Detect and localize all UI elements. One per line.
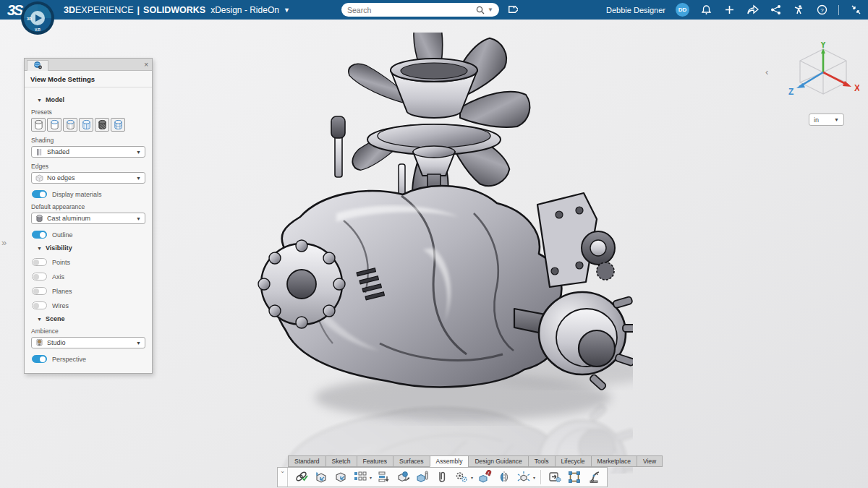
top-bar: 3S 3DEXPERIENCE | SOLIDWORKS xDesign - R… — [0, 0, 868, 20]
mirror-icon[interactable] — [495, 469, 512, 486]
edges-label: Edges — [31, 163, 145, 170]
collapse-triangle-icon: ▼ — [37, 246, 42, 251]
edges-dropdown[interactable]: No edges▼ — [31, 172, 145, 184]
cube-icon — [35, 174, 43, 182]
mate-component-icon[interactable] — [414, 469, 430, 486]
orientation-triad[interactable]: Y X Z — [787, 42, 859, 114]
pattern-icon[interactable] — [352, 469, 368, 486]
lever — [335, 135, 342, 177]
outline-label: Outline — [52, 231, 73, 239]
search-input[interactable] — [347, 6, 476, 14]
brand-solidworks: SOLIDWORKS — [143, 5, 205, 15]
planes-toggle[interactable] — [32, 287, 47, 295]
insert-new-component-icon[interactable] — [312, 469, 329, 486]
search-icon[interactable] — [476, 6, 485, 14]
avatar[interactable]: DD — [676, 3, 689, 17]
toolbar-expand-chevron-icon[interactable]: ⌄ — [278, 468, 288, 487]
tab-marketplace[interactable]: Marketplace — [591, 455, 637, 467]
ambience-label: Ambience — [31, 328, 145, 335]
axis-toggle[interactable] — [32, 273, 47, 281]
move-component-icon[interactable] — [394, 469, 411, 486]
perspective-toggle[interactable] — [32, 355, 47, 363]
search-options-chevron-icon[interactable]: ▼ — [488, 7, 493, 13]
metal-cylinder-icon — [35, 214, 43, 223]
publish-icon[interactable] — [546, 469, 563, 486]
chevron-down-icon: ▼ — [136, 150, 141, 155]
3dexperience-compass[interactable]: 3D V.R — [20, 1, 55, 35]
brand-divider: | — [137, 5, 140, 15]
magnetic-mate-icon[interactable] — [476, 469, 493, 486]
panel-title: View Mode Settings — [25, 71, 152, 87]
app-window: 3S 3DEXPERIENCE | SOLIDWORKS xDesign - R… — [0, 0, 868, 488]
person-icon[interactable] — [792, 4, 805, 17]
tab-surfaces[interactable]: Surfaces — [393, 455, 430, 467]
preset-hidden-lines[interactable] — [95, 118, 109, 132]
search-bar[interactable]: ▼ — [341, 3, 499, 17]
tab-design-guidance[interactable]: Design Guidance — [468, 455, 527, 467]
axis-label: Axis — [52, 273, 64, 281]
chevron-down-icon[interactable]: ▼ — [284, 7, 290, 14]
reorder-tree-icon[interactable] — [375, 469, 391, 486]
link-check-icon[interactable] — [293, 469, 310, 486]
tab-tools[interactable]: Tools — [528, 455, 555, 467]
wires-toggle[interactable] — [32, 301, 47, 309]
preset-buttons — [31, 118, 145, 132]
tab-standard[interactable]: Standard — [288, 455, 326, 467]
ambience-dropdown[interactable]: Studio▼ — [31, 337, 145, 348]
explode-icon[interactable] — [515, 469, 532, 486]
shading-label: Shading — [31, 137, 145, 144]
display-materials-toggle[interactable] — [32, 190, 47, 198]
points-toggle[interactable] — [32, 258, 47, 266]
tab-features[interactable]: Features — [357, 455, 393, 467]
preset-shaded[interactable] — [31, 118, 46, 132]
chevron-down-icon: ▼ — [136, 176, 141, 181]
section-visibility[interactable]: ▼Visibility — [37, 244, 145, 252]
panel-tab[interactable] — [27, 60, 48, 71]
transaxle-model[interactable] — [258, 33, 633, 390]
units-dropdown[interactable]: in ▼ — [809, 114, 844, 126]
robot-icon[interactable] — [585, 469, 602, 486]
preset-shaded-all-edges[interactable] — [79, 118, 93, 132]
insert-component-icon[interactable] — [332, 469, 349, 486]
plus-icon[interactable] — [723, 4, 736, 17]
brand-experience: EXPERIENCE — [75, 5, 134, 15]
forward-arrow-icon[interactable] — [746, 4, 759, 17]
perspective-label: Perspective — [52, 356, 86, 363]
tab-sketch[interactable]: Sketch — [326, 455, 357, 467]
tab-assembly[interactable]: Assembly — [430, 455, 469, 467]
share-nodes-icon[interactable] — [769, 4, 782, 17]
expand-tree-chevron-icon[interactable]: » — [1, 237, 5, 248]
outline-toggle[interactable] — [32, 231, 47, 239]
section-scene[interactable]: ▼Scene — [37, 315, 145, 322]
brand-3d: 3D — [64, 5, 75, 15]
panel-header[interactable]: × — [25, 59, 152, 71]
collapse-triangle-icon: ▼ — [37, 317, 42, 322]
attach-icon[interactable] — [433, 469, 450, 486]
assembly-toolbar: ⌄ ▾ ▾ ▾ — [277, 467, 608, 487]
help-icon[interactable]: ? — [815, 4, 828, 17]
tab-lifecycle[interactable]: Lifecycle — [555, 455, 591, 467]
svg-text:?: ? — [820, 7, 824, 14]
app-title[interactable]: xDesign - RideOn — [210, 5, 279, 15]
model-3d-viewport[interactable] — [257, 33, 633, 474]
mechanism-gears-icon[interactable] — [453, 469, 469, 486]
chevron-down-icon: ▼ — [136, 341, 141, 346]
structure-frame-icon[interactable] — [566, 469, 582, 486]
bell-icon[interactable] — [699, 4, 712, 17]
explode-caret-icon[interactable]: ▾ — [533, 475, 535, 480]
shading-dropdown[interactable]: Shaded▼ — [31, 146, 145, 158]
preset-wireframe[interactable] — [111, 118, 125, 132]
default-appearance-dropdown[interactable]: Cast aluminum▼ — [31, 213, 145, 224]
preset-shaded-top-edges[interactable] — [47, 118, 61, 132]
tag-icon[interactable] — [506, 4, 518, 15]
gears-caret-icon[interactable]: ▾ — [471, 475, 473, 480]
preset-shaded-edges[interactable] — [63, 118, 77, 132]
collapse-window-icon[interactable] — [849, 4, 862, 17]
default-appearance-label: Default appearance — [31, 203, 145, 210]
tab-view[interactable]: View — [637, 455, 663, 467]
close-icon[interactable]: × — [144, 61, 148, 69]
pattern-caret-icon[interactable]: ▾ — [370, 475, 372, 480]
section-model[interactable]: ▼Model — [37, 96, 145, 103]
user-name[interactable]: Debbie Designer — [606, 6, 665, 14]
collapse-panel-chevron-icon[interactable]: ‹ — [765, 67, 768, 77]
